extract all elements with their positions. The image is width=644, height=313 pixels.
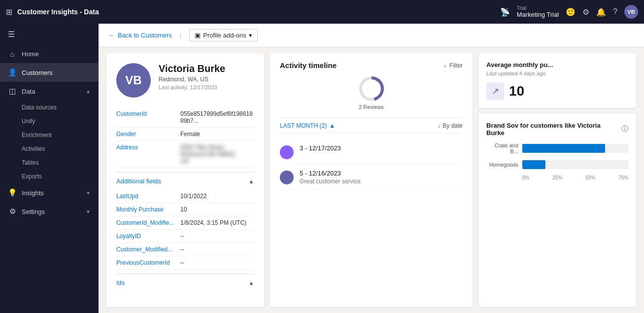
field-value-gender: Female [180,131,200,138]
month-label[interactable]: LAST MONTH (2) ▲ [280,122,335,129]
additional-fields-chevron-icon: ▲ [248,178,254,185]
hamburger-icon[interactable]: ☰ [0,24,99,45]
filter-label: Filter [449,62,463,69]
field-row-loyaltyid: LoyaltyID -- [116,230,254,243]
content-area: ← Back to Customers | ▣ Profile add-ons … [99,24,644,313]
sidebar-data-subitems: Data sources Unify Enrichment Activities… [0,101,99,183]
profile-addons-chevron: ▾ [249,32,252,39]
field-label-address: Address [116,144,180,151]
emoji-icon[interactable]: 🙂 [566,7,576,17]
field-label-lastupd: LastUpd [116,193,180,200]
sort-label: By date [442,122,463,129]
activity-panel: Activity timeline ⬦ Filter [270,53,473,307]
bell-icon[interactable]: 🔔 [596,7,606,17]
entry-dot-2 [280,171,294,184]
app-title: Customer Insights - Data [17,8,99,16]
ids-header[interactable]: Ids ▲ [116,274,254,289]
trial-info: Trial Marketing Trial [517,5,559,18]
field-label-customer-modified: Customer_Modified... [116,246,180,253]
field-label-customerid: CustomerId [116,110,180,117]
settings-icon[interactable]: ⚙ [582,7,589,17]
sidebar-item-tables[interactable]: Tables [22,156,99,170]
info-icon[interactable]: ⓘ [621,125,628,134]
activity-header: Activity timeline ⬦ Filter [280,61,463,70]
field-row-gender: Gender Female [116,128,254,141]
field-value-lastupd: 10/1/2022 [180,193,206,200]
field-value-address: 5000 Title Street,Redmond WA 98052,US [180,144,237,165]
bar-label-crate: Crate and B... [486,142,518,154]
sidebar-item-data[interactable]: ◫ Data ▲ [0,82,99,101]
insights-icon: 💡 [8,188,17,197]
reviews-label: 2 Reviews [359,104,384,110]
sidebar-item-exports[interactable]: Exports [22,170,99,183]
settings-icon: ⚙ [8,207,17,216]
sidebar-item-datasources[interactable]: Data sources [22,101,99,114]
field-row-customerid-modified: CustomerId_Modifie... 1/8/2024, 3:15 PM … [116,216,254,230]
field-label-gender: Gender [116,131,180,138]
broadcast-icon[interactable]: 📡 [500,7,510,17]
profile-addons-button[interactable]: ▣ Profile add-ons ▾ [189,29,257,41]
field-value-customer-modified: -- [180,246,184,253]
field-row-previous-customerid: PreviousCustomerId -- [116,256,254,270]
profile-header: VB Victoria Burke Redmond, WA, US Last a… [116,63,254,98]
sidebar-item-activities[interactable]: Activities [22,142,99,156]
kpi-number: 10 [509,83,524,99]
entry-dot-1 [280,145,294,159]
reviews-circle [358,75,385,102]
sidebar: ☰ ⌂ Home 👤 Customers ◫ Data ▲ Data sourc… [0,24,99,313]
field-label-previous-customerid: PreviousCustomerId [116,259,180,266]
back-label: Back to Customers [118,32,172,39]
field-value-previous-customerid: -- [180,259,184,266]
sidebar-label-unify: Unify [22,118,35,125]
axis-label-0: 0% [522,175,529,180]
sidebar-item-insights[interactable]: 💡 Insights ▼ [0,183,99,202]
entry-content-1: 3 - 12/17/2023 [300,144,463,152]
profile-info: Victoria Burke Redmond, WA, US Last acti… [159,63,225,90]
activity-circles: 2 Reviews [280,75,463,110]
reviews-circle-item: 2 Reviews [358,75,385,110]
main-panels: VB Victoria Burke Redmond, WA, US Last a… [99,47,644,313]
field-value-customerid: 055e8517899d5ef8f19861889b7... [180,110,254,124]
sidebar-label-data: Data [22,88,35,95]
entry-sub-2: Great customer service [300,178,463,185]
subheader: ← Back to Customers | ▣ Profile add-ons … [99,24,644,47]
sidebar-item-home[interactable]: ⌂ Home [0,45,99,63]
sidebar-label-insights: Insights [22,189,44,197]
axis-label-75: 75% [618,175,628,180]
field-label-customerid-modified: CustomerId_Modifie... [116,219,180,226]
field-value-customerid-modified: 1/8/2024, 3:15 PM (UTC) [180,219,246,226]
month-filter: LAST MONTH (2) ▲ ↓ By date [280,118,463,134]
additional-fields-header[interactable]: Additional fields ▲ [116,172,254,188]
entry-title-1: 3 - 12/17/2023 [300,144,463,152]
back-to-customers-button[interactable]: ← Back to Customers [108,32,172,39]
sidebar-item-enrichment[interactable]: Enrichment [22,128,99,142]
bar-chart: Crate and B... Homegoods 0 [486,142,628,180]
field-value-monthly-purchase: 10 [180,206,187,213]
profile-location: Redmond, WA, US [159,76,225,83]
topbar-left: ⊞ Customer Insights - Data [6,7,99,17]
field-row-customerid: CustomerId 055e8517899d5ef8f19861889b7..… [116,107,254,128]
profile-fields: CustomerId 055e8517899d5ef8f19861889b7..… [116,107,254,168]
settings-chevron-icon: ▼ [86,209,91,214]
sidebar-item-settings[interactable]: ⚙ Settings ▼ [0,202,99,221]
profile-avatar: VB [116,63,151,98]
data-chevron-icon: ▲ [86,89,91,94]
profile-addons-icon: ▣ [195,32,201,39]
filter-button[interactable]: ⬦ Filter [443,62,463,69]
bar-row-crate: Crate and B... [486,142,628,154]
sidebar-label-settings: Settings [22,208,45,215]
activity-entry-1: 3 - 12/17/2023 [280,139,463,165]
additional-fields-content: LastUpd 10/1/2022 Monthly Purchase 10 Cu… [116,190,254,270]
sidebar-item-customers[interactable]: 👤 Customers [0,63,99,82]
sidebar-item-unify[interactable]: Unify [22,114,99,128]
sidebar-label-exports: Exports [22,173,42,180]
month-chevron-icon: ▲ [329,122,335,129]
help-icon[interactable]: ? [613,7,617,16]
subheader-divider: | [180,32,181,39]
user-avatar[interactable]: VB [624,5,638,19]
sort-by-date-button[interactable]: ↓ By date [438,122,463,129]
field-value-loyaltyid: -- [180,233,184,240]
additional-fields-label: Additional fields [116,177,161,185]
grid-icon[interactable]: ⊞ [6,7,12,17]
home-icon: ⌂ [8,50,17,58]
